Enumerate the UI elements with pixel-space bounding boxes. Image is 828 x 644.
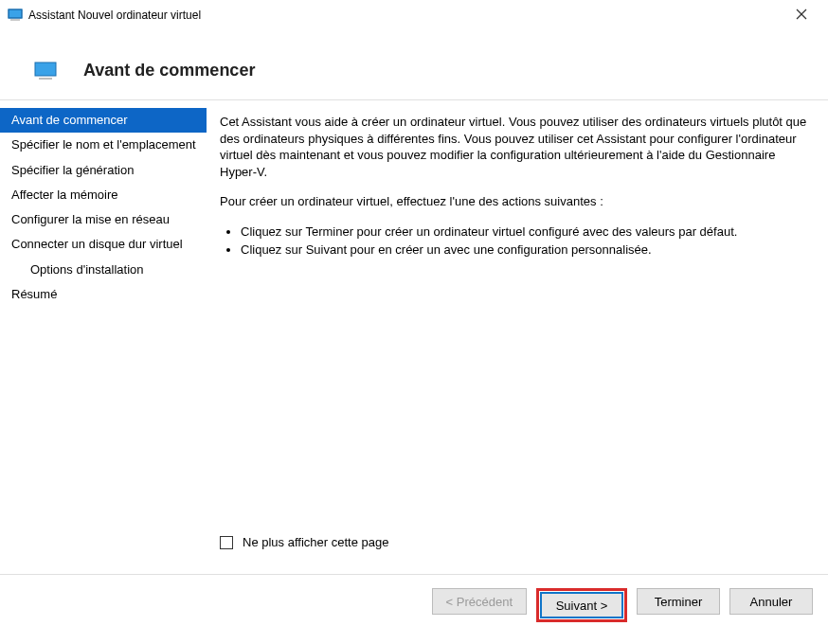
list-item: Cliquez sur Terminer pour créer un ordin…: [241, 224, 809, 241]
sidebar-item-label: Spécifier le nom et l'emplacement: [11, 137, 196, 152]
next-button[interactable]: Suivant >: [540, 592, 623, 618]
wizard-footer: < Précédent Suivant > Terminer Annuler: [0, 574, 828, 634]
sidebar-item-install-options[interactable]: Options d'installation: [0, 258, 207, 282]
wizard-header: Avant de commencer: [0, 30, 828, 99]
sidebar-item-label: Avant de commencer: [11, 113, 128, 127]
svg-rect-5: [35, 63, 56, 76]
sidebar-item-virtual-hdd[interactable]: Connecter un disque dur virtuel: [0, 232, 207, 257]
sidebar-item-label: Spécifier la génération: [11, 163, 134, 177]
dont-show-again-checkbox[interactable]: [220, 536, 233, 549]
button-label: Terminer: [655, 595, 703, 609]
sidebar-item-label: Connecter un disque dur virtuel: [11, 237, 183, 251]
sidebar-item-generation[interactable]: Spécifier la génération: [0, 158, 207, 183]
sidebar-item-before-you-begin[interactable]: Avant de commencer: [0, 108, 207, 133]
sidebar-item-label: Options d'installation: [30, 262, 144, 277]
close-button[interactable]: [783, 8, 820, 23]
list-item: Cliquez sur Suivant pour en créer un ave…: [241, 242, 809, 259]
wizard-body: Avant de commencer Spécifier le nom et l…: [0, 100, 828, 574]
sidebar-item-memory[interactable]: Affecter la mémoire: [0, 183, 207, 207]
titlebar: Assistant Nouvel ordinateur virtuel: [0, 0, 828, 30]
sidebar-item-networking[interactable]: Configurer la mise en réseau: [0, 207, 207, 232]
dont-show-again-row: Ne plus afficher cette page: [220, 529, 809, 564]
monitor-icon: [34, 62, 57, 80]
checkbox-label: Ne plus afficher cette page: [243, 535, 388, 549]
finish-button[interactable]: Terminer: [637, 588, 720, 615]
sidebar-item-summary[interactable]: Résumé: [0, 282, 207, 307]
intro-text: Cet Assistant vous aide à créer un ordin…: [220, 114, 809, 180]
button-label: Suivant >: [556, 599, 608, 613]
cancel-button[interactable]: Annuler: [729, 588, 813, 615]
next-button-highlight: Suivant >: [536, 588, 627, 622]
wizard-steps-sidebar: Avant de commencer Spécifier le nom et l…: [0, 100, 207, 574]
window-title: Assistant Nouvel ordinateur virtuel: [28, 9, 783, 22]
app-icon: [8, 8, 23, 23]
button-label: < Précédent: [446, 595, 513, 609]
previous-button: < Précédent: [432, 588, 527, 615]
page-heading: Avant de commencer: [83, 61, 255, 80]
button-label: Annuler: [750, 595, 793, 609]
svg-rect-2: [10, 19, 20, 21]
sidebar-item-label: Résumé: [11, 287, 57, 301]
prompt-text: Pour créer un ordinateur virtuel, effect…: [220, 193, 809, 210]
svg-rect-6: [39, 78, 52, 80]
sidebar-item-label: Configurer la mise en réseau: [11, 212, 170, 226]
instructions-list: Cliquez sur Terminer pour créer un ordin…: [220, 224, 809, 259]
svg-rect-0: [9, 9, 22, 18]
sidebar-item-name-location[interactable]: Spécifier le nom et l'emplacement: [0, 133, 207, 157]
wizard-content: Cet Assistant vous aide à créer un ordin…: [207, 100, 828, 574]
sidebar-item-label: Affecter la mémoire: [11, 188, 117, 202]
